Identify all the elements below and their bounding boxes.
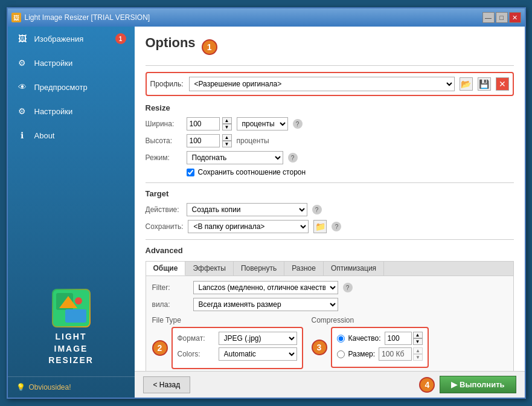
size-radio[interactable]	[337, 350, 345, 358]
execute-area: 4 ▶ Выполнить	[419, 376, 516, 393]
step2-badge: 2	[152, 340, 168, 356]
lightbulb-icon: 💡	[16, 383, 25, 392]
quality-spinner[interactable]: ▲ ▼	[413, 332, 423, 345]
action-select[interactable]: Создать копии	[187, 203, 307, 216]
format-label: Формат:	[178, 334, 214, 343]
images-icon: 🖼	[16, 33, 28, 45]
quality-label: Качество:	[348, 334, 381, 343]
format-select[interactable]: JPEG (.jpg)	[219, 332, 297, 345]
width-up[interactable]: ▲	[222, 117, 232, 124]
height-input[interactable]	[187, 134, 220, 147]
tab-general[interactable]: Общие	[146, 262, 186, 276]
sidebar-item-settings2[interactable]: ⚙ Настройки	[8, 99, 135, 123]
profile-open-icon[interactable]: 📂	[460, 77, 473, 91]
width-input[interactable]	[187, 117, 220, 130]
quality-input[interactable]	[385, 332, 412, 345]
window-title: Light Image Resizer [TRIAL VERSION]	[25, 13, 150, 22]
back-button[interactable]: < Назад	[143, 376, 191, 393]
width-label: Ширина:	[146, 120, 182, 128]
width-down[interactable]: ▼	[222, 124, 232, 130]
quality-radio[interactable]	[337, 335, 345, 343]
filetype-compression-row: File Type 2 Формат: JPE	[152, 316, 507, 369]
action-help-icon[interactable]: ?	[312, 205, 322, 214]
action-row: Действие: Создать копии ?	[146, 203, 514, 216]
height-up[interactable]: ▲	[222, 134, 232, 141]
profile-label: Профиль:	[150, 80, 184, 88]
quality-row: Качество: ▲ ▼	[337, 332, 423, 345]
filter-select[interactable]: Lanczos (медленно, отличное качество)	[193, 281, 338, 294]
compression-area: Compression 3 Качество:	[312, 316, 429, 368]
svg-point-3	[75, 297, 82, 304]
about-icon: ℹ	[16, 129, 28, 141]
mode-select[interactable]: Подогнать	[187, 151, 283, 164]
execute-button[interactable]: ▶ Выполнить	[440, 376, 516, 393]
title-bar-buttons: — □ ✕	[482, 12, 521, 23]
save-help-icon[interactable]: ?	[332, 222, 341, 231]
step2-row: 2 Формат: JPEG (.jpg)	[152, 327, 303, 369]
save-folder-icon[interactable]: 📁	[313, 220, 327, 233]
sidebar-item-about[interactable]: ℹ About	[8, 123, 135, 147]
width-help-icon[interactable]: ?	[293, 119, 303, 129]
size-input[interactable]	[379, 347, 412, 361]
close-button[interactable]: ✕	[509, 12, 521, 23]
aspect-ratio-row: Сохранить соотношение сторон	[187, 168, 514, 176]
step3-badge: 3	[312, 340, 327, 355]
profile-delete-icon[interactable]: ✕	[496, 77, 509, 91]
aspect-ratio-checkbox[interactable]	[187, 169, 194, 176]
quality-up[interactable]: ▲	[413, 332, 423, 338]
tab-content: Filter: Lanczos (медленно, отличное каче…	[146, 276, 513, 371]
colors-label: Colors:	[178, 350, 214, 358]
colors-select[interactable]: Automatic	[219, 347, 297, 361]
save-select[interactable]: <В папку оригинала>	[188, 220, 309, 233]
sidebar-bottom: 💡 Obviousidea!	[8, 376, 135, 398]
width-spinner[interactable]: ▲ ▼	[222, 117, 232, 130]
settings2-icon: ⚙	[16, 105, 28, 117]
filter-help-icon[interactable]: ?	[343, 283, 353, 292]
action-label: Действие:	[146, 205, 182, 214]
profile-select[interactable]: <Разрешение оригинала>	[189, 77, 455, 91]
divider3	[146, 239, 514, 240]
maximize-button[interactable]: □	[496, 12, 508, 23]
resize-header: Resize	[146, 103, 514, 112]
height-spinner[interactable]: ▲ ▼	[222, 134, 232, 147]
filter-row: Filter: Lanczos (медленно, отличное каче…	[152, 281, 507, 294]
tab-optimize[interactable]: Оптимизация	[324, 262, 384, 276]
format-row: Формат: JPEG (.jpg)	[178, 332, 297, 345]
save-row: Сохранить: <В папку оригинала> 📁 ?	[146, 220, 514, 233]
sidebar-item-settings1[interactable]: ⚙ Настройки	[8, 51, 135, 75]
main-area: 🖼 Изображения 1 ⚙ Настройки 👁 Предпросмо…	[8, 27, 525, 398]
size-down[interactable]: ▼	[413, 354, 423, 361]
filetype-header: File Type	[152, 316, 181, 324]
minimize-button[interactable]: —	[482, 12, 495, 23]
size-spinner[interactable]: ▲ ▼	[413, 347, 423, 361]
logo-image	[52, 289, 91, 327]
bottom-bar: < Назад 4 ▶ Выполнить	[135, 371, 525, 398]
width-unit-select[interactable]: проценты	[237, 117, 288, 130]
tab-rotate[interactable]: Повернуть	[234, 262, 284, 276]
size-up[interactable]: ▲	[413, 347, 423, 354]
sidebar-label-preview: Предпросмотр	[34, 83, 88, 92]
branding-text: Obviousidea!	[29, 383, 71, 392]
filetype-area: File Type 2 Формат: JPE	[152, 316, 303, 369]
tab-effects[interactable]: Эффекты	[185, 262, 234, 276]
step3-row: 3 Качество: ▲	[312, 327, 429, 368]
mode-help-icon[interactable]: ?	[288, 153, 298, 163]
title-bar-left: 🖼 Light Image Resizer [TRIAL VERSION]	[11, 13, 150, 22]
divider1	[146, 65, 514, 66]
sidebar-label-settings1: Настройки	[34, 59, 73, 68]
sidebar-item-images[interactable]: 🖼 Изображения 1	[8, 27, 135, 51]
page-title: Options	[146, 35, 196, 51]
height-down[interactable]: ▼	[222, 141, 232, 147]
mode-label: Режим:	[146, 153, 182, 162]
advanced-section: Общие Эффекты Повернуть Разное Оптимизац…	[146, 261, 514, 371]
sidebar-item-preview[interactable]: 👁 Предпросмотр	[8, 75, 135, 99]
tab-misc[interactable]: Разное	[284, 262, 324, 276]
quality-down[interactable]: ▼	[413, 338, 423, 345]
profile-save-icon[interactable]: 💾	[478, 77, 491, 91]
target-header: Target	[146, 189, 514, 198]
options-header: Options 1	[146, 35, 514, 59]
app-icon: 🖼	[11, 13, 21, 22]
size-row: Размер: ▲ ▼	[337, 347, 423, 361]
rule-select[interactable]: Всегда изменять размер	[193, 298, 338, 311]
width-row: Ширина: ▲ ▼ проценты ?	[146, 117, 514, 130]
